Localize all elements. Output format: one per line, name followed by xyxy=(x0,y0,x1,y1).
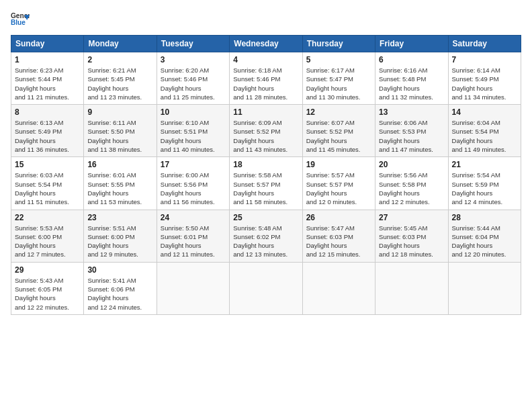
day-info: Sunrise: 6:18 AM Sunset: 5:46 PM Dayligh… xyxy=(233,66,298,101)
day-number: 11 xyxy=(233,107,298,117)
day-number: 7 xyxy=(452,55,517,64)
day-number: 21 xyxy=(452,160,517,169)
day-info: Sunrise: 6:13 AM Sunset: 5:49 PM Dayligh… xyxy=(15,118,80,154)
day-info: Sunrise: 5:56 AM Sunset: 5:58 PM Dayligh… xyxy=(379,171,444,206)
day-info: Sunrise: 5:57 AM Sunset: 5:57 PM Dayligh… xyxy=(306,171,371,206)
day-info: Sunrise: 5:48 AM Sunset: 6:02 PM Dayligh… xyxy=(233,224,298,259)
day-info: Sunrise: 6:16 AM Sunset: 5:48 PM Dayligh… xyxy=(379,66,444,101)
day-number: 8 xyxy=(15,107,80,117)
day-info: Sunrise: 6:11 AM Sunset: 5:50 PM Dayligh… xyxy=(87,118,152,154)
calendar-cell: 30 Sunrise: 5:41 AM Sunset: 6:06 PM Dayl… xyxy=(84,262,157,314)
calendar-cell xyxy=(302,262,375,314)
day-info: Sunrise: 6:10 AM Sunset: 5:51 PM Dayligh… xyxy=(161,118,226,154)
day-number: 17 xyxy=(161,160,226,169)
day-info: Sunrise: 6:03 AM Sunset: 5:54 PM Dayligh… xyxy=(15,171,80,206)
day-number: 1 xyxy=(15,55,80,64)
calendar-cell: 25 Sunrise: 5:48 AM Sunset: 6:02 PM Dayl… xyxy=(230,210,302,262)
day-number: 13 xyxy=(379,107,444,117)
svg-text:Blue: Blue xyxy=(11,19,26,26)
calendar-cell: 2 Sunrise: 6:21 AM Sunset: 5:45 PM Dayli… xyxy=(84,52,157,105)
day-number: 16 xyxy=(87,160,152,169)
weekday-header-saturday: Saturday xyxy=(448,36,521,52)
day-number: 24 xyxy=(161,213,226,222)
logo: General Blue xyxy=(11,11,30,30)
day-number: 14 xyxy=(452,107,517,117)
calendar-body: 1 Sunrise: 6:23 AM Sunset: 5:44 PM Dayli… xyxy=(11,52,521,315)
day-number: 6 xyxy=(379,55,444,64)
day-info: Sunrise: 6:23 AM Sunset: 5:44 PM Dayligh… xyxy=(15,66,80,101)
calendar-cell: 1 Sunrise: 6:23 AM Sunset: 5:44 PM Dayli… xyxy=(11,52,84,105)
calendar-cell: 9 Sunrise: 6:11 AM Sunset: 5:50 PM Dayli… xyxy=(84,105,157,157)
day-number: 26 xyxy=(306,213,371,222)
calendar-cell: 10 Sunrise: 6:10 AM Sunset: 5:51 PM Dayl… xyxy=(157,105,229,157)
calendar-cell: 23 Sunrise: 5:51 AM Sunset: 6:00 PM Dayl… xyxy=(84,210,157,262)
day-number: 10 xyxy=(161,107,226,117)
day-number: 12 xyxy=(306,107,371,117)
calendar-cell: 7 Sunrise: 6:14 AM Sunset: 5:49 PM Dayli… xyxy=(448,52,521,105)
day-info: Sunrise: 6:06 AM Sunset: 5:53 PM Dayligh… xyxy=(379,118,444,154)
calendar-cell: 16 Sunrise: 6:01 AM Sunset: 5:55 PM Dayl… xyxy=(84,157,157,210)
calendar-cell: 6 Sunrise: 6:16 AM Sunset: 5:48 PM Dayli… xyxy=(375,52,448,105)
calendar-cell: 3 Sunrise: 6:20 AM Sunset: 5:46 PM Dayli… xyxy=(157,52,229,105)
day-info: Sunrise: 6:21 AM Sunset: 5:45 PM Dayligh… xyxy=(87,66,152,101)
calendar-cell: 11 Sunrise: 6:09 AM Sunset: 5:52 PM Dayl… xyxy=(230,105,302,157)
day-info: Sunrise: 5:44 AM Sunset: 6:04 PM Dayligh… xyxy=(452,224,517,259)
calendar-cell: 27 Sunrise: 5:45 AM Sunset: 6:03 PM Dayl… xyxy=(375,210,448,262)
day-number: 19 xyxy=(306,160,371,169)
day-info: Sunrise: 5:51 AM Sunset: 6:00 PM Dayligh… xyxy=(87,224,152,259)
calendar-cell: 14 Sunrise: 6:04 AM Sunset: 5:54 PM Dayl… xyxy=(448,105,521,157)
day-info: Sunrise: 5:45 AM Sunset: 6:03 PM Dayligh… xyxy=(379,224,444,259)
day-number: 28 xyxy=(452,213,517,222)
weekday-header-wednesday: Wednesday xyxy=(230,36,302,52)
day-info: Sunrise: 5:43 AM Sunset: 6:05 PM Dayligh… xyxy=(15,276,80,312)
day-number: 5 xyxy=(306,55,371,64)
calendar-cell: 12 Sunrise: 6:07 AM Sunset: 5:52 PM Dayl… xyxy=(302,105,375,157)
day-number: 29 xyxy=(15,265,80,275)
day-number: 3 xyxy=(161,55,226,64)
calendar-cell: 8 Sunrise: 6:13 AM Sunset: 5:49 PM Dayli… xyxy=(11,105,84,157)
day-info: Sunrise: 5:41 AM Sunset: 6:06 PM Dayligh… xyxy=(87,276,152,312)
calendar-cell xyxy=(375,262,448,314)
weekday-header-monday: Monday xyxy=(84,36,157,52)
page-header: General Blue xyxy=(11,11,521,30)
day-info: Sunrise: 6:07 AM Sunset: 5:52 PM Dayligh… xyxy=(306,118,371,154)
calendar-table: SundayMondayTuesdayWednesdayThursdayFrid… xyxy=(11,35,521,315)
calendar-cell xyxy=(230,262,302,314)
day-info: Sunrise: 5:53 AM Sunset: 6:00 PM Dayligh… xyxy=(15,224,80,259)
calendar-cell: 17 Sunrise: 6:00 AM Sunset: 5:56 PM Dayl… xyxy=(157,157,229,210)
calendar-cell xyxy=(157,262,229,314)
day-number: 27 xyxy=(379,213,444,222)
calendar-cell: 22 Sunrise: 5:53 AM Sunset: 6:00 PM Dayl… xyxy=(11,210,84,262)
day-number: 9 xyxy=(87,107,152,117)
calendar-cell: 19 Sunrise: 5:57 AM Sunset: 5:57 PM Dayl… xyxy=(302,157,375,210)
logo-icon: General Blue xyxy=(11,11,30,30)
calendar-cell: 13 Sunrise: 6:06 AM Sunset: 5:53 PM Dayl… xyxy=(375,105,448,157)
calendar-cell: 21 Sunrise: 5:54 AM Sunset: 5:59 PM Dayl… xyxy=(448,157,521,210)
calendar-cell: 24 Sunrise: 5:50 AM Sunset: 6:01 PM Dayl… xyxy=(157,210,229,262)
calendar-header-row: SundayMondayTuesdayWednesdayThursdayFrid… xyxy=(11,36,521,52)
day-info: Sunrise: 6:01 AM Sunset: 5:55 PM Dayligh… xyxy=(87,171,152,206)
day-info: Sunrise: 5:54 AM Sunset: 5:59 PM Dayligh… xyxy=(452,171,517,206)
calendar-cell: 28 Sunrise: 5:44 AM Sunset: 6:04 PM Dayl… xyxy=(448,210,521,262)
weekday-header-sunday: Sunday xyxy=(11,36,84,52)
calendar-cell: 29 Sunrise: 5:43 AM Sunset: 6:05 PM Dayl… xyxy=(11,262,84,314)
weekday-header-friday: Friday xyxy=(375,36,448,52)
weekday-header-thursday: Thursday xyxy=(302,36,375,52)
day-info: Sunrise: 5:47 AM Sunset: 6:03 PM Dayligh… xyxy=(306,224,371,259)
day-number: 25 xyxy=(233,213,298,222)
day-info: Sunrise: 6:14 AM Sunset: 5:49 PM Dayligh… xyxy=(452,66,517,101)
day-number: 20 xyxy=(379,160,444,169)
day-number: 22 xyxy=(15,213,80,222)
day-number: 23 xyxy=(87,213,152,222)
day-number: 4 xyxy=(233,55,298,64)
calendar-cell: 4 Sunrise: 6:18 AM Sunset: 5:46 PM Dayli… xyxy=(230,52,302,105)
day-number: 2 xyxy=(87,55,152,64)
calendar-cell: 18 Sunrise: 5:58 AM Sunset: 5:57 PM Dayl… xyxy=(230,157,302,210)
calendar-cell: 20 Sunrise: 5:56 AM Sunset: 5:58 PM Dayl… xyxy=(375,157,448,210)
day-info: Sunrise: 5:58 AM Sunset: 5:57 PM Dayligh… xyxy=(233,171,298,206)
day-info: Sunrise: 6:00 AM Sunset: 5:56 PM Dayligh… xyxy=(161,171,226,206)
day-number: 30 xyxy=(87,265,152,275)
day-number: 15 xyxy=(15,160,80,169)
day-info: Sunrise: 6:17 AM Sunset: 5:47 PM Dayligh… xyxy=(306,66,371,101)
calendar-cell: 15 Sunrise: 6:03 AM Sunset: 5:54 PM Dayl… xyxy=(11,157,84,210)
